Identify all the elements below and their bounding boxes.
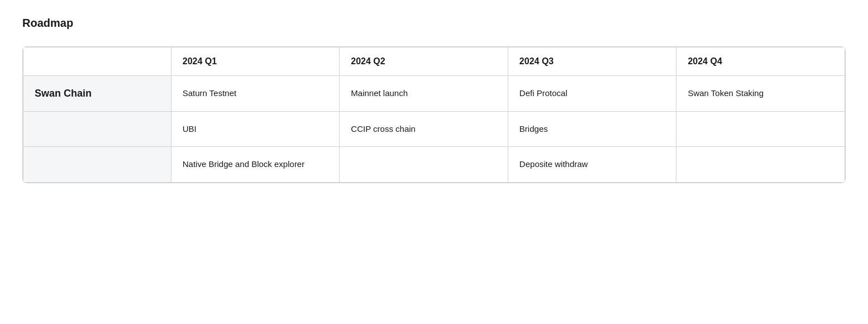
- cell-1-2: CCIP cross chain: [340, 111, 508, 147]
- cell-2-3: Deposite withdraw: [508, 147, 676, 183]
- cell-2-2: [340, 147, 508, 183]
- page-title: Roadmap: [22, 17, 846, 30]
- cell-0-4: Swan Token Staking: [676, 76, 845, 112]
- header-col-2: 2024 Q2: [340, 47, 508, 76]
- cell-0-3: Defi Protocal: [508, 76, 676, 112]
- cell-0-2: Mainnet launch: [340, 76, 508, 112]
- cell-1-3: Bridges: [508, 111, 676, 147]
- row-label-1: [23, 111, 171, 147]
- table-header-row: 2024 Q1 2024 Q2 2024 Q3 2024 Q4: [23, 47, 845, 76]
- cell-0-1: Saturn Testnet: [171, 76, 340, 112]
- header-col-3: 2024 Q3: [508, 47, 676, 76]
- header-col-1: 2024 Q1: [171, 47, 340, 76]
- header-col-0: [23, 47, 171, 76]
- header-col-4: 2024 Q4: [676, 47, 845, 76]
- roadmap-table: 2024 Q1 2024 Q2 2024 Q3 2024 Q4 Swan Cha…: [23, 47, 845, 183]
- table-row: Swan Chain Saturn Testnet Mainnet launch…: [23, 76, 845, 112]
- cell-2-1: Native Bridge and Block explorer: [171, 147, 340, 183]
- table-row: UBI CCIP cross chain Bridges: [23, 111, 845, 147]
- row-label-2: [23, 147, 171, 183]
- table-row: Native Bridge and Block explorer Deposit…: [23, 147, 845, 183]
- cell-2-4: [676, 147, 845, 183]
- cell-1-1: UBI: [171, 111, 340, 147]
- cell-1-4: [676, 111, 845, 147]
- roadmap-table-wrapper: 2024 Q1 2024 Q2 2024 Q3 2024 Q4 Swan Cha…: [22, 46, 846, 183]
- row-label-0: Swan Chain: [23, 76, 171, 112]
